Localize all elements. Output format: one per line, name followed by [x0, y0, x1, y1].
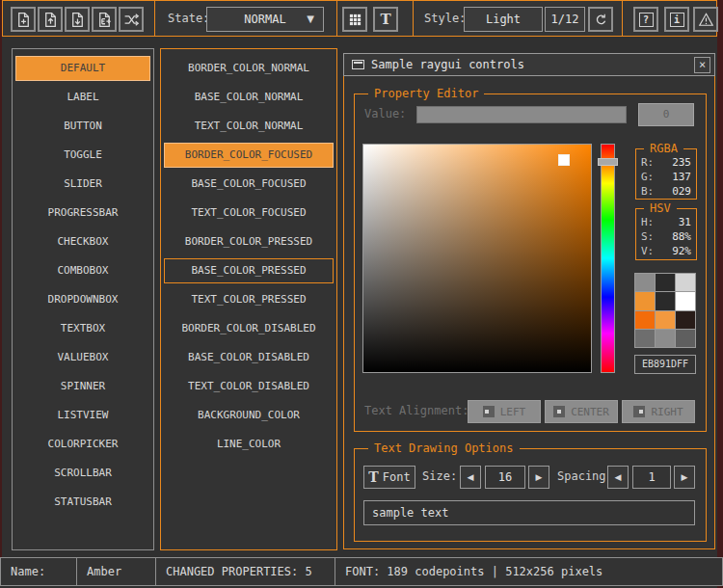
reload-style-button[interactable]	[588, 7, 613, 32]
property-item-text_color_focused[interactable]: TEXT_COLOR_FOCUSED	[164, 200, 334, 226]
sample-text-input[interactable]: sample text	[363, 500, 695, 525]
save-file-button[interactable]	[65, 7, 90, 32]
property-item-base_color_focused[interactable]: BASE_COLOR_FOCUSED	[164, 172, 334, 197]
state-label: State:	[168, 12, 209, 25]
control-item-colorpicker[interactable]: COLORPICKER	[15, 432, 150, 457]
control-item-dropdownbox[interactable]: DROPDOWNBOX	[15, 287, 150, 312]
hue-slider[interactable]	[601, 144, 615, 373]
report-issue-button[interactable]	[693, 7, 718, 32]
color-swatch[interactable]	[676, 292, 695, 309]
style-name-button[interactable]: Light	[464, 7, 543, 32]
align-right-icon	[633, 406, 645, 417]
color-swatch[interactable]	[676, 274, 695, 291]
warning-icon	[698, 12, 714, 28]
property-item-line_color[interactable]: LINE_COLOR	[164, 432, 334, 457]
align-left-label: LEFT	[500, 406, 526, 418]
property-editor-groupbox: Property Editor Value: 0 RGBA R:235 G:13…	[354, 94, 707, 432]
align-left-button: LEFT	[468, 400, 541, 423]
value-box: 0	[638, 103, 694, 126]
sv-gradient-overlay	[363, 145, 591, 372]
color-swatch[interactable]	[656, 274, 675, 291]
property-editor-label: Property Editor	[368, 87, 484, 100]
spacing-increase-button[interactable]: ▶	[674, 466, 695, 489]
control-item-label[interactable]: LABEL	[15, 85, 150, 110]
spacing-value-box[interactable]: 1	[632, 466, 671, 489]
color-swatch[interactable]	[656, 330, 675, 347]
style-name-input[interactable]: Amber	[76, 557, 156, 586]
size-value-box[interactable]: 16	[485, 466, 525, 489]
control-item-statusbar[interactable]: STATUSBAR	[15, 490, 150, 515]
color-swatch[interactable]	[635, 311, 655, 329]
controls-listview: DEFAULTLABELBUTTONTOGGLESLIDERPROGRESSBA…	[12, 48, 154, 550]
properties-listview: BORDER_COLOR_NORMALBASE_COLOR_NORMALTEXT…	[160, 48, 337, 550]
style-index-box: 1/12	[545, 7, 585, 32]
property-item-base_color_normal[interactable]: BASE_COLOR_NORMAL	[164, 85, 334, 110]
control-item-toggle[interactable]: TOGGLE	[15, 143, 150, 168]
property-item-base_color_disabled[interactable]: BASE_COLOR_DISABLED	[164, 345, 334, 370]
color-swatch[interactable]	[676, 311, 695, 329]
status-changed-properties: CHANGED PROPERTIES: 5	[155, 557, 335, 586]
control-item-textbox[interactable]: TEXTBOX	[15, 316, 150, 341]
help-button[interactable]: ?	[633, 7, 658, 32]
h-value: 31	[679, 215, 691, 229]
property-item-text_color_pressed[interactable]: TEXT_COLOR_PRESSED	[164, 287, 334, 312]
hex-color-textbox[interactable]: EB891DFF	[634, 355, 696, 374]
control-item-valuebox[interactable]: VALUEBOX	[15, 345, 150, 370]
color-swatch[interactable]	[635, 330, 655, 347]
style-table-mode-button[interactable]	[342, 7, 367, 32]
g-label: G:	[641, 170, 654, 184]
control-item-scrollbar[interactable]: SCROLLBAR	[15, 461, 150, 486]
new-file-button[interactable]	[11, 7, 36, 32]
hue-slider-handle[interactable]	[598, 158, 618, 166]
toolbar-divider	[413, 1, 414, 36]
open-file-button[interactable]	[38, 7, 63, 32]
close-button[interactable]: ×	[694, 57, 710, 73]
sample-controls-window: Sample raygui controls × Property Editor…	[343, 53, 715, 549]
size-label: Size:	[422, 469, 457, 483]
property-item-border_color_disabled[interactable]: BORDER_COLOR_DISABLED	[164, 316, 334, 341]
property-item-base_color_pressed[interactable]: BASE_COLOR_PRESSED	[164, 258, 334, 283]
color-swatch[interactable]	[635, 274, 655, 291]
s-label: S:	[641, 229, 654, 244]
grid-icon	[348, 13, 362, 27]
control-item-checkbox[interactable]: CHECKBOX	[15, 229, 150, 254]
size-decrease-button[interactable]: ◀	[460, 466, 481, 489]
style-color-swatches	[634, 273, 696, 348]
file-export-icon	[96, 12, 113, 28]
color-selector-cursor[interactable]	[558, 154, 570, 166]
control-item-button[interactable]: BUTTON	[15, 114, 150, 139]
window-titlebar[interactable]: Sample raygui controls ×	[343, 53, 715, 76]
align-center-label: CENTER	[571, 406, 609, 418]
control-item-combobox[interactable]: COMBOBOX	[15, 258, 150, 283]
control-item-default[interactable]: DEFAULT	[15, 56, 150, 81]
spacing-decrease-button[interactable]: ◀	[607, 466, 629, 489]
control-item-spinner[interactable]: SPINNER	[15, 374, 150, 399]
property-item-border_color_normal[interactable]: BORDER_COLOR_NORMAL	[164, 56, 334, 81]
control-item-slider[interactable]: SLIDER	[15, 172, 150, 197]
export-file-button[interactable]	[92, 7, 117, 32]
randomize-style-button[interactable]	[119, 7, 144, 32]
font-tool-icon: T	[368, 469, 378, 485]
toolbar-divider	[622, 1, 623, 36]
color-swatch[interactable]	[656, 311, 675, 329]
property-item-text_color_normal[interactable]: TEXT_COLOR_NORMAL	[164, 114, 334, 139]
size-increase-button[interactable]: ▶	[528, 466, 549, 489]
property-item-text_color_disabled[interactable]: TEXT_COLOR_DISABLED	[164, 374, 334, 399]
font-mode-button[interactable]: T	[373, 7, 398, 32]
property-item-background_color[interactable]: BACKGROUND_COLOR	[164, 403, 334, 428]
color-swatch[interactable]	[635, 292, 655, 309]
v-value: 92%	[672, 244, 691, 258]
control-item-progressbar[interactable]: PROGRESSBAR	[15, 200, 150, 226]
color-saturation-value-panel[interactable]	[362, 144, 592, 373]
state-dropdown[interactable]: NORMAL ▼	[206, 7, 324, 32]
rgba-label: RGBA	[644, 142, 683, 155]
rgba-groupbox: RGBA R:235 G:137 B:029	[635, 148, 697, 200]
font-button[interactable]: T Font	[363, 466, 415, 489]
info-button[interactable]: i	[664, 7, 689, 32]
control-item-listview[interactable]: LISTVIEW	[15, 403, 150, 428]
color-swatch[interactable]	[676, 330, 695, 347]
reload-icon	[594, 13, 608, 27]
property-item-border_color_focused[interactable]: BORDER_COLOR_FOCUSED	[164, 143, 334, 168]
color-swatch[interactable]	[656, 292, 675, 309]
property-item-border_color_pressed[interactable]: BORDER_COLOR_PRESSED	[164, 229, 334, 254]
